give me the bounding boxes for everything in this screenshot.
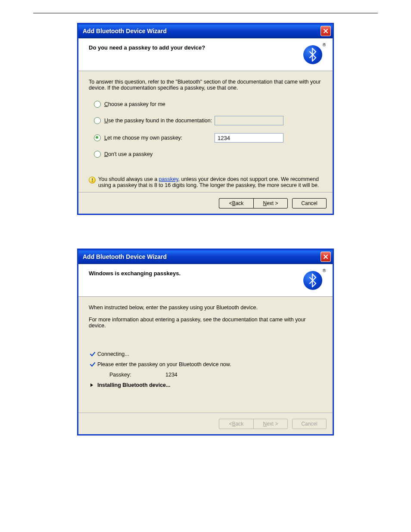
next-button[interactable]: Next > <box>253 198 288 208</box>
radio-label-doc[interactable]: Use the passkey found in the documentati… <box>104 118 212 124</box>
status-enter-passkey: Please enter the passkey on your Bluetoo… <box>90 361 322 367</box>
passkey-value: 1234 <box>165 372 177 378</box>
passkey-label: Passkey: <box>109 372 165 378</box>
intro-text: To answer this question, refer to the "B… <box>89 79 322 91</box>
instruction-line-1: When instructed below, enter the passkey… <box>89 305 322 311</box>
wizard-footer: < Back Next > Cancel <box>78 413 333 434</box>
status-list: Connecting... Please enter the passkey o… <box>89 351 322 388</box>
registered-mark: ® <box>323 43 326 47</box>
wizard-exchanging-passkeys: Add Bluetooth Device Wizard Windows is e… <box>77 249 334 436</box>
radio-label-own[interactable]: Let me choose my own passkey: <box>104 135 182 141</box>
radio-label-choose[interactable]: Choose a passkey for me <box>104 101 165 107</box>
bluetooth-logo-wrap: ® <box>303 43 326 65</box>
wizard-header: Windows is exchanging passkeys. ® <box>78 264 333 297</box>
passkey-options: Choose a passkey for me Use the passkey … <box>89 91 322 169</box>
titlebar: Add Bluetooth Device Wizard <box>78 250 333 264</box>
wizard-footer: < Back Next > Cancel <box>78 193 333 214</box>
check-icon <box>90 351 97 357</box>
wizard-passkey-choice: Add Bluetooth Device Wizard Do you need … <box>77 23 334 215</box>
bluetooth-icon <box>303 271 322 290</box>
back-button: < Back <box>219 419 253 429</box>
bluetooth-logo-wrap: ® <box>303 268 326 291</box>
doc-passkey-input <box>215 116 283 125</box>
page-title: Windows is exchanging passkeys. <box>89 270 322 277</box>
wizard-header: Do you need a passkey to add your device… <box>78 38 333 71</box>
page-title: Do you need a passkey to add your device… <box>89 44 322 51</box>
warning-icon: ! <box>89 177 96 184</box>
registered-mark: ® <box>323 268 326 273</box>
wizard-body: When instructed below, enter the passkey… <box>78 297 333 413</box>
radio-own-passkey[interactable] <box>94 134 101 141</box>
own-passkey-input[interactable] <box>215 133 283 143</box>
cancel-button: Cancel <box>292 419 327 429</box>
radio-use-documentation[interactable] <box>94 117 101 124</box>
cancel-button[interactable]: Cancel <box>292 198 327 208</box>
close-icon <box>323 28 328 34</box>
close-icon <box>323 254 328 259</box>
back-button[interactable]: < Back <box>219 198 253 208</box>
radio-no-passkey[interactable] <box>94 151 101 158</box>
info-note: ! You should always use a passkey, unles… <box>89 176 322 188</box>
check-icon <box>90 361 97 367</box>
close-button[interactable] <box>321 252 331 262</box>
close-button[interactable] <box>321 26 331 36</box>
wizard-body: To answer this question, refer to the "B… <box>78 71 333 193</box>
instruction-line-2: For more information about entering a pa… <box>89 317 322 329</box>
next-button: Next > <box>253 419 288 429</box>
radio-choose-for-me[interactable] <box>94 101 101 108</box>
radio-label-none[interactable]: Don't use a passkey <box>104 151 153 157</box>
window-title: Add Bluetooth Device Wizard <box>83 28 321 34</box>
status-installing: Installing Bluetooth device... <box>90 382 322 388</box>
info-text: You should always use a passkey, unless … <box>98 176 322 188</box>
passkey-link[interactable]: passkey <box>159 176 178 182</box>
arrow-icon <box>90 383 97 387</box>
passkey-display: Passkey: 1234 <box>109 372 322 378</box>
window-title: Add Bluetooth Device Wizard <box>83 253 321 260</box>
status-connecting: Connecting... <box>90 351 322 357</box>
titlebar: Add Bluetooth Device Wizard <box>78 24 333 38</box>
bluetooth-icon <box>303 45 322 64</box>
page-divider <box>33 13 378 13</box>
